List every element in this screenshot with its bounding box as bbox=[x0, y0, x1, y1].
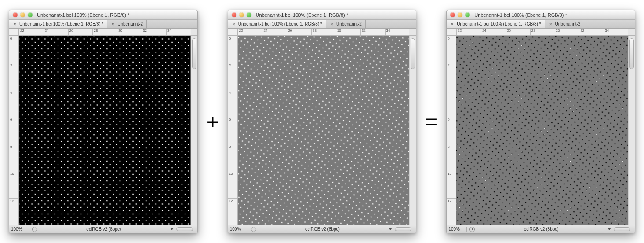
halftone-pattern-icon bbox=[456, 36, 628, 225]
ruler-tick: 34 bbox=[166, 29, 191, 35]
ruler-tick: 8 bbox=[228, 144, 237, 171]
ruler-tick: 24 bbox=[481, 29, 506, 35]
ruler-horizontal[interactable]: 22 24 26 28 30 32 34 bbox=[238, 29, 410, 36]
ruler-vertical[interactable]: 0 2 4 6 8 10 12 bbox=[228, 36, 238, 225]
svg-rect-13 bbox=[238, 36, 410, 225]
tab-label: Unbenannt-2 bbox=[555, 22, 581, 26]
scroll-corner bbox=[191, 29, 197, 36]
ruler-tick: 28 bbox=[92, 29, 117, 35]
canvas[interactable] bbox=[238, 36, 410, 225]
close-tab-icon[interactable]: ✕ bbox=[330, 22, 334, 26]
document-tab[interactable]: ✕ Unbenannt-1 bei 100% (Ebene 1, RGB/8) … bbox=[447, 20, 545, 28]
halftone-pattern-icon bbox=[19, 36, 191, 225]
color-profile-label[interactable]: eciRGB v2 (8bpc) bbox=[259, 227, 386, 232]
document-tabbar: ✕ Unbenannt-1 bei 100% (Ebene 1, RGB/8) … bbox=[228, 20, 416, 29]
titlebar[interactable]: Unbenannt-1 bei 100% (Ebene 1, RGB/8) * bbox=[228, 10, 416, 20]
chevron-right-icon[interactable] bbox=[389, 228, 392, 230]
ruler-vertical[interactable]: 0 2 4 6 8 10 12 bbox=[447, 36, 456, 225]
minimize-icon[interactable] bbox=[239, 12, 244, 17]
scroll-thumb[interactable] bbox=[411, 38, 415, 69]
color-profile-label[interactable]: eciRGB v2 (8bpc) bbox=[40, 227, 167, 232]
ruler-origin[interactable] bbox=[9, 29, 19, 36]
close-tab-icon[interactable]: ✕ bbox=[232, 22, 236, 26]
ruler-tick: 34 bbox=[385, 29, 410, 35]
document-tab[interactable]: ✕ Unbenannt-1 bei 100% (Ebene 1, RGB/8) … bbox=[9, 20, 107, 28]
clock-icon[interactable] bbox=[469, 227, 475, 232]
close-tab-icon[interactable]: ✕ bbox=[111, 22, 115, 26]
ruler-tick: 0 bbox=[228, 36, 237, 63]
ruler-horizontal[interactable]: 22 24 26 28 30 32 34 bbox=[456, 29, 628, 36]
close-icon[interactable] bbox=[232, 12, 236, 17]
traffic-lights bbox=[450, 12, 470, 17]
ruler-tick: 28 bbox=[311, 29, 336, 35]
zoom-icon[interactable] bbox=[465, 12, 470, 17]
document-tab[interactable]: ✕ Unbenannt-2 bbox=[107, 20, 147, 28]
ruler-vertical[interactable]: 0 2 4 6 8 10 12 bbox=[9, 36, 19, 225]
color-profile-label[interactable]: eciRGB v2 (8bpc) bbox=[477, 227, 605, 232]
titlebar[interactable]: Unbenannt-1 bei 100% (Ebene 1, RGB/8) * bbox=[447, 10, 635, 20]
ruler-tick: 0 bbox=[9, 36, 18, 63]
scroll-thumb[interactable] bbox=[192, 38, 196, 69]
ruler-tick: 22 bbox=[456, 29, 481, 35]
photoshop-window: Unbenannt-1 bei 100% (Ebene 1, RGB/8) * … bbox=[228, 10, 417, 233]
close-tab-icon[interactable]: ✕ bbox=[13, 22, 17, 26]
scroll-corner bbox=[628, 29, 635, 36]
statusbar: 100% eciRGB v2 (8bpc) bbox=[9, 225, 197, 233]
ruler-tick: 8 bbox=[9, 144, 18, 171]
document-tab[interactable]: ✕ Unbenannt-1 bei 100% (Ebene 1, RGB/8) … bbox=[228, 20, 326, 28]
ruler-tick: 28 bbox=[530, 29, 555, 35]
minimize-icon[interactable] bbox=[458, 12, 462, 17]
close-tab-icon[interactable]: ✕ bbox=[450, 22, 455, 26]
document-tab[interactable]: ✕ Unbenannt-2 bbox=[545, 20, 585, 28]
ruler-tick: 6 bbox=[9, 117, 18, 144]
statusbar: 100% eciRGB v2 (8bpc) bbox=[447, 225, 635, 233]
close-icon[interactable] bbox=[450, 12, 455, 17]
horizontal-scroll-thumb[interactable] bbox=[176, 227, 193, 231]
canvas[interactable] bbox=[19, 36, 191, 225]
ruler-tick: 34 bbox=[604, 29, 628, 35]
document-tabbar: ✕ Unbenannt-1 bei 100% (Ebene 1, RGB/8) … bbox=[447, 20, 635, 29]
zoom-level[interactable]: 100% bbox=[448, 227, 467, 232]
ruler-tick: 10 bbox=[228, 171, 237, 198]
chevron-right-icon[interactable] bbox=[608, 228, 611, 230]
ruler-tick: 32 bbox=[579, 29, 604, 35]
ruler-tick: 4 bbox=[9, 90, 18, 117]
ruler-origin[interactable] bbox=[447, 29, 456, 36]
close-icon[interactable] bbox=[13, 12, 18, 17]
titlebar[interactable]: Unbenannt-1 bei 100% (Ebene 1, RGB/8) * bbox=[9, 10, 197, 20]
clock-icon[interactable] bbox=[251, 227, 256, 232]
statusbar: 100% eciRGB v2 (8bpc) bbox=[228, 225, 416, 233]
ruler-origin[interactable] bbox=[228, 29, 238, 36]
ruler-tick: 24 bbox=[44, 29, 68, 35]
scroll-thumb[interactable] bbox=[629, 38, 634, 69]
ruler-tick: 4 bbox=[447, 90, 456, 117]
svg-rect-6 bbox=[19, 36, 191, 225]
photoshop-window: Unbenannt-1 bei 100% (Ebene 1, RGB/8) * … bbox=[446, 10, 635, 233]
close-tab-icon[interactable]: ✕ bbox=[549, 22, 553, 26]
clock-icon[interactable] bbox=[32, 227, 37, 232]
ruler-tick: 4 bbox=[228, 90, 237, 117]
ruler-tick: 12 bbox=[447, 198, 456, 225]
workarea: 22 24 26 28 30 32 34 0 2 4 6 8 10 12 bbox=[9, 29, 197, 225]
vertical-scrollbar[interactable] bbox=[628, 36, 635, 225]
ruler-tick: 22 bbox=[238, 29, 262, 35]
vertical-scrollbar[interactable] bbox=[409, 36, 416, 225]
zoom-level[interactable]: 100% bbox=[11, 227, 29, 232]
ruler-tick: 10 bbox=[447, 171, 456, 198]
canvas[interactable] bbox=[456, 36, 628, 225]
chevron-right-icon[interactable] bbox=[170, 228, 174, 230]
horizontal-scroll-thumb[interactable] bbox=[614, 227, 630, 231]
ruler-tick: 30 bbox=[555, 29, 579, 35]
document-tab[interactable]: ✕ Unbenannt-2 bbox=[326, 20, 366, 28]
scroll-corner bbox=[409, 29, 416, 36]
zoom-level[interactable]: 100% bbox=[230, 227, 248, 232]
zoom-icon[interactable] bbox=[247, 12, 251, 17]
halftone-pattern-icon bbox=[238, 36, 410, 225]
ruler-horizontal[interactable]: 22 24 26 28 30 32 34 bbox=[19, 29, 191, 36]
vertical-scrollbar[interactable] bbox=[191, 36, 197, 225]
horizontal-scroll-thumb[interactable] bbox=[395, 227, 411, 231]
workarea: 22 24 26 28 30 32 34 0 2 4 6 8 10 12 bbox=[447, 29, 635, 225]
minimize-icon[interactable] bbox=[20, 12, 25, 17]
zoom-icon[interactable] bbox=[28, 12, 33, 17]
traffic-lights bbox=[13, 12, 33, 17]
